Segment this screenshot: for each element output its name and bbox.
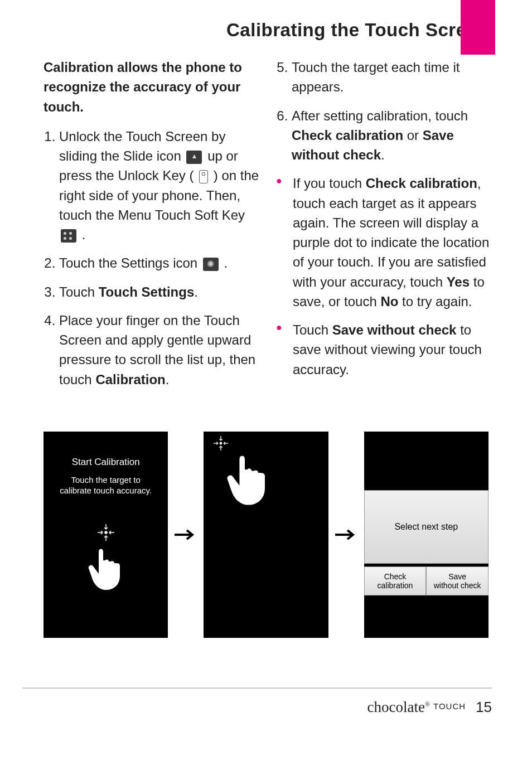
dialog-select-next-step: Select next step [364,490,489,564]
intro-text: Calibration allows the phone to recogniz… [43,57,259,117]
steps-list-right: Touch the target each time it appears. A… [276,57,492,164]
step-2: Touch the Settings icon . [59,253,259,273]
phone-screen-3: Select next step Check calibration Save … [364,432,489,638]
bold: No [380,294,398,309]
bullet-list: If you touch Check calibration, touch ea… [276,173,492,379]
text: . [381,147,385,162]
accent-tab [461,0,495,55]
text: to try again. [398,294,472,309]
text: or [403,128,423,143]
diagram-row: Start Calibration Touch the target to ca… [43,432,489,638]
phone-screen-1: Start Calibration Touch the target to ca… [43,432,168,638]
content-columns: Calibration allows the phone to recogniz… [0,57,532,398]
step-6: After setting calibration, touch Check c… [292,106,492,165]
left-column: Calibration allows the phone to recogniz… [43,57,259,398]
bullet-1: If you touch Check calibration, touch ea… [276,173,492,311]
menu-softkey-icon [61,229,76,243]
step-5: Touch the target each time it appears. [292,57,492,97]
text: , touch each target as it appears again.… [293,176,489,289]
dialog-buttons: Check calibration Save without check [364,567,489,595]
arrow-icon [175,526,197,543]
brand-logo: chocolate® [367,699,430,716]
text: . [220,255,228,270]
text: Touch the Settings icon [59,255,201,270]
bold: Save without check [332,322,457,337]
check-calibration-button[interactable]: Check calibration [364,567,427,595]
phone1-title: Start Calibration [43,432,168,468]
phone-screen-2 [204,432,328,638]
bold: Check calibration [292,128,403,143]
page-footer: chocolate® TOUCH 15 [22,687,492,716]
right-column: Touch the target each time it appears. A… [276,57,492,398]
step-1: Unlock the Touch Screen by sliding the S… [59,127,259,245]
hand-pointer-icon [81,538,131,594]
registered-icon: ® [425,700,430,708]
text: Touch [293,322,332,337]
bullet-2: Touch Save without check to save without… [276,320,492,379]
page-title: Calibrating the Touch Screen [0,0,532,57]
bold: Calibration [95,372,165,387]
brand-subtext: TOUCH [433,701,466,711]
bold: Touch Settings [99,284,195,299]
arrow-icon [335,526,357,543]
save-without-check-button[interactable]: Save without check [426,567,489,595]
text: . [78,227,85,242]
step-3: Touch Touch Settings. [59,282,259,302]
text: If you touch [293,176,366,191]
hand-pointer-icon [217,443,279,510]
bold: Check calibration [366,176,477,191]
slide-icon [186,151,202,164]
settings-icon [203,258,219,271]
brand-text: chocolate [367,699,424,715]
step-4: Place your finger on the Touch Screen an… [59,311,259,389]
text: After setting calibration, touch [292,108,468,123]
text: . [194,284,198,299]
steps-list-left: Unlock the Touch Screen by sliding the S… [43,127,259,389]
phone1-subtitle: Touch the target to calibrate touch accu… [43,475,168,496]
unlock-key-icon [199,170,208,183]
text: Touch [59,284,99,299]
page-number: 15 [476,699,492,716]
text: . [166,372,170,387]
svg-point-4 [105,531,107,534]
bold: Yes [447,274,470,289]
